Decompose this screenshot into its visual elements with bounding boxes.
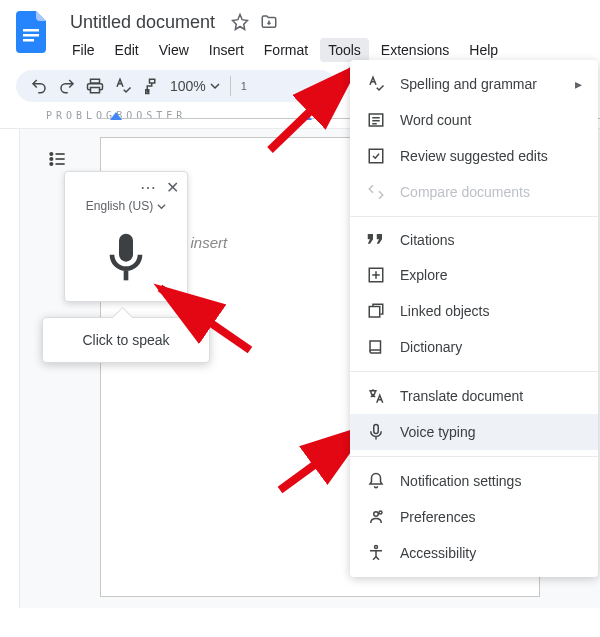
menu-item-dictionary-label: Dictionary [400,339,462,355]
redo-icon[interactable] [58,77,76,95]
menu-item-citations-label: Citations [400,232,454,248]
menu-extensions[interactable]: Extensions [373,38,457,62]
citations-icon [366,233,386,247]
menu-item-preferences-label: Preferences [400,509,475,525]
svg-rect-20 [374,425,379,434]
dictionary-icon [366,338,386,356]
toolbar: 100% 1 [16,70,336,102]
toolbar-divider [230,76,231,96]
svg-rect-3 [91,79,100,83]
menu-item-compare: Compare documents [350,174,598,210]
menu-item-word-count-label: Word count [400,112,471,128]
svg-rect-4 [91,88,100,93]
menu-bar: File Edit View Insert Format Tools Exten… [64,38,584,62]
voice-mic-button[interactable] [65,219,187,301]
ruler-number: 1 [241,80,247,92]
svg-rect-0 [23,29,39,32]
undo-icon[interactable] [30,77,48,95]
svg-point-23 [375,546,378,549]
svg-point-22 [379,511,382,514]
menu-item-review-label: Review suggested edits [400,148,548,164]
menu-divider [350,371,598,372]
zoom-value: 100% [170,78,206,94]
indent-left-marker-icon[interactable] [110,112,122,124]
vertical-ruler[interactable] [0,129,20,608]
menu-format[interactable]: Format [256,38,316,62]
svg-point-8 [50,158,53,161]
menu-item-voice-typing-label: Voice typing [400,424,476,440]
bell-icon [366,472,386,490]
menu-divider [350,456,598,457]
menu-tools[interactable]: Tools [320,38,369,62]
spellcheck-icon[interactable] [114,77,132,95]
star-icon[interactable] [231,13,249,31]
svg-rect-17 [369,149,383,163]
document-title[interactable]: Untitled document [64,10,221,35]
menu-item-notifications[interactable]: Notification settings [350,463,598,499]
svg-rect-12 [124,271,129,280]
tools-dropdown: Spelling and grammar ▸ Word count Review… [350,60,598,577]
voice-language-label: English (US) [86,199,153,213]
translate-icon [366,387,386,405]
preferences-icon [366,508,386,526]
menu-insert[interactable]: Insert [201,38,252,62]
menu-item-notifications-label: Notification settings [400,473,521,489]
menu-edit[interactable]: Edit [107,38,147,62]
menu-item-linked[interactable]: Linked objects [350,293,598,329]
svg-rect-2 [23,39,34,42]
linked-icon [366,302,386,320]
review-icon [366,147,386,165]
voice-close-icon[interactable]: ✕ [166,178,179,197]
microphone-icon [366,423,386,441]
svg-point-6 [50,153,53,156]
menu-item-translate-label: Translate document [400,388,523,404]
zoom-selector[interactable]: 100% [170,78,220,94]
chevron-right-icon: ▸ [575,76,582,92]
menu-item-preferences[interactable]: Preferences [350,499,598,535]
voice-typing-popup: ⋯ ✕ English (US) [64,171,188,302]
svg-rect-1 [23,34,39,37]
menu-divider [350,216,598,217]
indent-right-marker-icon[interactable] [300,112,312,124]
word-count-icon [366,111,386,129]
svg-rect-19 [369,307,380,318]
docs-logo-icon[interactable] [16,8,52,56]
menu-view[interactable]: View [151,38,197,62]
paint-format-icon[interactable] [142,77,160,95]
menu-item-explore-label: Explore [400,267,447,283]
voice-options-icon[interactable]: ⋯ [140,178,156,197]
menu-item-compare-label: Compare documents [400,184,530,200]
print-icon[interactable] [86,77,104,95]
menu-item-dictionary[interactable]: Dictionary [350,329,598,365]
explore-icon [366,266,386,284]
spellcheck-menu-icon [366,75,386,93]
menu-help[interactable]: Help [461,38,506,62]
menu-item-accessibility[interactable]: Accessibility [350,535,598,571]
accessibility-icon [366,544,386,562]
menu-item-spelling[interactable]: Spelling and grammar ▸ [350,66,598,102]
menu-item-review[interactable]: Review suggested edits [350,138,598,174]
menu-item-citations[interactable]: Citations [350,223,598,257]
menu-item-translate[interactable]: Translate document [350,378,598,414]
menu-item-voice-typing[interactable]: Voice typing [350,414,598,450]
move-to-folder-icon[interactable] [259,13,279,31]
menu-item-spelling-label: Spelling and grammar [400,76,537,92]
voice-tooltip: Click to speak [42,317,210,363]
menu-item-accessibility-label: Accessibility [400,545,476,561]
menu-item-explore[interactable]: Explore [350,257,598,293]
menu-file[interactable]: File [64,38,103,62]
compare-icon [366,183,386,201]
voice-language-selector[interactable]: English (US) [65,199,187,219]
menu-item-word-count[interactable]: Word count [350,102,598,138]
voice-tooltip-text: Click to speak [82,332,169,348]
svg-point-21 [374,512,379,517]
menu-item-linked-label: Linked objects [400,303,490,319]
svg-point-10 [50,163,53,166]
